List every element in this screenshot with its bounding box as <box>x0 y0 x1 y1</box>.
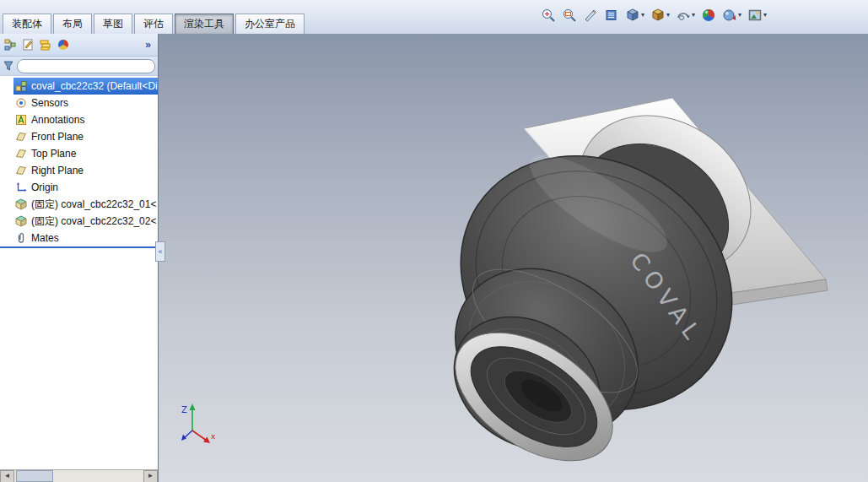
tree-item-assembly-root[interactable]: coval_cbc22c32 (Default<Dis <box>13 78 158 95</box>
appearance-button[interactable]: ▾ <box>722 8 741 23</box>
part-icon <box>15 215 27 227</box>
part-icon <box>15 198 27 210</box>
orientation-triad: Z x <box>181 403 216 443</box>
filter-funnel-icon[interactable] <box>3 60 14 72</box>
scroll-thumb[interactable] <box>16 470 53 482</box>
dropdown-caret-icon[interactable]: ▾ <box>692 12 695 19</box>
orientation-icon <box>676 8 691 23</box>
tree-item-label: Annotations <box>31 114 84 126</box>
render-globe-icon <box>701 8 716 23</box>
display-manager-icon[interactable] <box>57 38 70 51</box>
triad-x-label: x <box>211 432 216 441</box>
shaded-cube-icon <box>650 8 666 23</box>
tree-item-label: (固定) coval_cbc22c32_02< <box>31 214 156 229</box>
scene-picture-icon <box>747 8 763 23</box>
triad-z-label: Z <box>181 405 187 414</box>
tab-sketch[interactable]: 草图 <box>94 14 132 34</box>
view-settings-button[interactable]: ▾ <box>625 8 644 23</box>
origin-icon <box>15 181 27 193</box>
scroll-left-button[interactable]: ◄ <box>0 470 14 482</box>
panel-expand-chevron[interactable]: » <box>145 39 154 51</box>
solidworks-window: 装配体 布局 草图 评估 渲染工具 办公室产品 ▾ <box>0 0 868 482</box>
model-scene: COVAL <box>159 34 868 482</box>
tab-office-products[interactable]: 办公室产品 <box>235 14 305 34</box>
zoom-to-area-button[interactable] <box>562 8 577 23</box>
tree-item-annotations[interactable]: Annotations <box>0 111 158 128</box>
plane-icon <box>15 165 27 176</box>
tab-layout[interactable]: 布局 <box>53 14 92 34</box>
property-manager-icon[interactable] <box>21 38 35 51</box>
tree-item-front-plane[interactable]: Front Plane <box>0 128 158 145</box>
command-tabs: 装配体 布局 草图 评估 渲染工具 办公室产品 <box>3 14 306 34</box>
magnifier-plus-icon <box>541 8 556 23</box>
tree-item-label: (固定) coval_cbc22c32_01< <box>31 198 156 212</box>
zoom-in-out-button[interactable] <box>541 8 556 23</box>
dropdown-caret-icon[interactable]: ▾ <box>641 12 644 19</box>
tree-item-right-plane[interactable]: Right Plane <box>0 162 158 179</box>
view-toolbar: ▾ ▾ ▾ ▾ ▾ <box>541 8 767 23</box>
tree-item-origin[interactable]: Origin <box>0 179 158 196</box>
tab-render-tools[interactable]: 渲染工具 <box>175 14 234 34</box>
panel-collapse-grab[interactable]: « <box>155 241 165 262</box>
tree-item-label: Top Plane <box>31 148 76 160</box>
tab-evaluate[interactable]: 评估 <box>134 14 173 34</box>
graphics-viewport[interactable]: COVAL <box>159 34 868 482</box>
tree-item-label: Sensors <box>31 97 68 109</box>
plane-icon <box>15 148 27 160</box>
render-button[interactable] <box>701 8 716 23</box>
scroll-right-button[interactable]: ► <box>143 470 158 482</box>
tab-assembly[interactable]: 装配体 <box>3 14 51 34</box>
mates-paperclip-icon <box>15 232 27 244</box>
tree-item-component-01[interactable]: (固定) coval_cbc22c32_01< <box>0 196 158 213</box>
panel-tab-strip: » <box>0 34 158 57</box>
section-knife-icon <box>583 8 598 23</box>
tree-item-label: Mates <box>31 232 59 244</box>
ribbon-bar: 装配体 布局 草图 评估 渲染工具 办公室产品 ▾ <box>0 0 868 35</box>
dropdown-caret-icon[interactable]: ▾ <box>738 12 741 19</box>
plane-icon <box>15 131 27 143</box>
feature-manager-panel: » coval_cbc22c32 (Default<Dis Sensors An… <box>0 34 159 482</box>
assembly-icon <box>15 80 27 92</box>
view-orientation-button[interactable]: ▾ <box>676 8 695 23</box>
annotations-icon <box>15 114 27 126</box>
section-view-button[interactable] <box>583 8 598 23</box>
display-settings-button[interactable] <box>604 8 619 23</box>
dropdown-caret-icon[interactable]: ▾ <box>666 12 670 19</box>
feature-tree: coval_cbc22c32 (Default<Dis Sensors Anno… <box>0 76 158 246</box>
tree-item-label: Front Plane <box>31 131 84 143</box>
tree-item-top-plane[interactable]: Top Plane <box>0 145 158 162</box>
blue-book-icon <box>604 8 619 23</box>
tree-item-label: Origin <box>31 181 58 193</box>
tree-item-component-02[interactable]: (固定) coval_cbc22c32_02< <box>0 213 158 230</box>
tree-item-label: Right Plane <box>31 165 84 176</box>
configuration-manager-icon[interactable] <box>39 38 52 51</box>
panel-horizontal-scrollbar[interactable]: ◄ ► <box>0 469 158 482</box>
feature-tree-icon[interactable] <box>3 38 17 51</box>
appearance-sphere-icon <box>722 8 737 23</box>
magnifier-area-icon <box>562 8 577 23</box>
sensors-icon <box>15 97 27 109</box>
filter-row <box>0 57 158 76</box>
tree-item-mates[interactable]: Mates <box>0 230 158 246</box>
cube-sheet-icon <box>625 8 640 23</box>
display-style-button[interactable]: ▾ <box>650 8 670 23</box>
tree-item-label: coval_cbc22c32 (Default<Dis <box>31 80 158 92</box>
scene-button[interactable]: ▾ <box>747 8 767 23</box>
panel-splitter[interactable] <box>0 246 158 248</box>
tree-item-sensors[interactable]: Sensors <box>0 95 158 111</box>
tree-filter-input[interactable] <box>17 59 155 73</box>
dropdown-caret-icon[interactable]: ▾ <box>763 12 767 19</box>
